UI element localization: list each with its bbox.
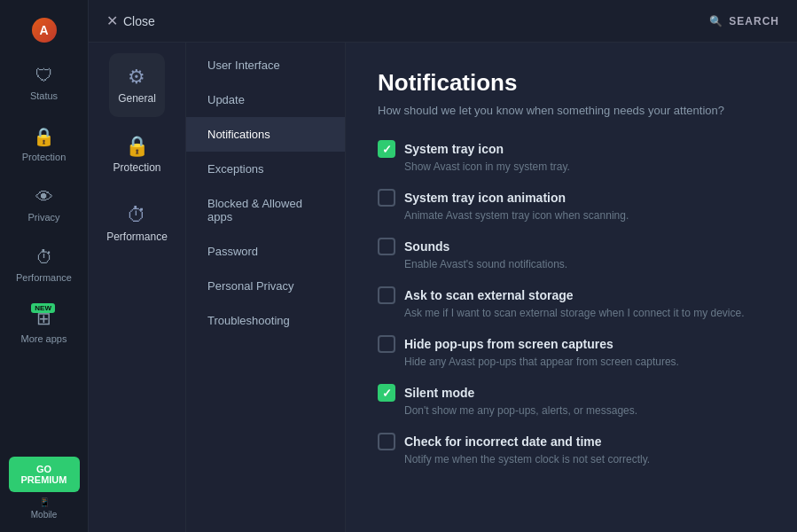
option-desc: Enable Avast's sound notifications.	[404, 258, 765, 270]
checkbox-silent-mode[interactable]	[378, 384, 395, 402]
option-desc: Animate Avast system tray icon when scan…	[404, 209, 765, 222]
close-icon: ✕	[106, 12, 118, 29]
menu-item-user-interface[interactable]: User Interface	[186, 48, 345, 82]
menu-item-exceptions[interactable]: Exceptions	[186, 152, 345, 186]
option-ask-scan-external: Ask to scan external storage Ask me if I…	[378, 286, 765, 319]
category-label: Protection	[113, 161, 160, 174]
option-desc: Ask me if I want to scan external storag…	[404, 307, 765, 319]
performance-icon: ⏱	[35, 247, 53, 268]
option-label: System tray icon	[404, 142, 504, 156]
search-button[interactable]: 🔍 SEARCH	[709, 15, 779, 27]
menu-item-blocked-allowed[interactable]: Blocked & Allowed apps	[186, 186, 345, 234]
protection-icon: 🔒	[33, 126, 55, 147]
category-general[interactable]: ⚙ General	[109, 53, 165, 117]
sidebar-item-performance[interactable]: ⏱ Performance	[9, 237, 80, 293]
checkbox-ask-scan-external[interactable]	[378, 286, 395, 304]
checkbox-sounds[interactable]	[378, 238, 395, 255]
protection-cat-icon: 🔒	[125, 135, 149, 158]
more-apps-icon-wrap: ⊞ NEW	[36, 308, 51, 329]
option-sounds: Sounds Enable Avast's sound notification…	[378, 238, 765, 270]
app-logo-icon: A	[32, 18, 57, 43]
checkbox-system-tray-animation[interactable]	[378, 189, 395, 207]
option-label: Hide pop-ups from screen captures	[404, 337, 613, 351]
page-subtitle: How should we let you know when somethin…	[378, 104, 765, 117]
sidebar-item-label: Status	[30, 90, 58, 101]
new-badge: NEW	[31, 303, 55, 313]
go-premium-button[interactable]: GO PREMIUM	[9, 457, 80, 492]
sidebar-item-label: Protection	[22, 152, 66, 162]
checkbox-hide-popups[interactable]	[378, 335, 395, 353]
page-title: Notifications	[378, 69, 765, 97]
left-sidebar: A 🛡 Status 🔒 Protection 👁 Privacy ⏱ Perf…	[0, 0, 89, 532]
option-label: System tray icon animation	[404, 191, 566, 205]
sidebar-item-status[interactable]: 🛡 Status	[9, 55, 80, 112]
sidebar-bottom: GO PREMIUM 📱 Mobile	[0, 457, 88, 532]
mobile-button[interactable]: 📱 Mobile	[31, 497, 57, 520]
performance-cat-icon: ⏱	[127, 204, 146, 227]
option-desc: Show Avast icon in my system tray.	[404, 160, 765, 173]
menu-item-troubleshooting[interactable]: Troubleshooting	[186, 303, 345, 338]
search-label: SEARCH	[729, 15, 779, 27]
sidebar-item-label: Performance	[16, 272, 72, 283]
category-protection[interactable]: 🔒 Protection	[104, 122, 169, 186]
category-performance[interactable]: ⏱ Performance	[98, 192, 176, 255]
option-label: Silent mode	[404, 386, 474, 400]
menu-panel: User Interface Update Notifications Exce…	[186, 43, 346, 532]
menu-item-personal-privacy[interactable]: Personal Privacy	[186, 269, 345, 303]
mobile-label: Mobile	[31, 510, 57, 520]
option-label: Sounds	[404, 239, 449, 254]
sidebar-item-label: Privacy	[27, 212, 59, 223]
privacy-icon: 👁	[35, 187, 53, 207]
category-label: General	[118, 92, 156, 105]
category-panel: ⚙ General 🔒 Protection ⏱ Performance	[89, 43, 186, 532]
option-system-tray-icon: System tray icon Show Avast icon in my s…	[378, 140, 765, 173]
checkbox-check-date-time[interactable]	[378, 433, 395, 450]
sidebar-item-protection[interactable]: 🔒 Protection	[9, 115, 80, 173]
option-label: Check for incorrect date and time	[404, 434, 602, 449]
option-silent-mode: Silent mode Don't show me any pop-ups, a…	[378, 384, 765, 417]
search-icon: 🔍	[709, 15, 723, 27]
option-desc: Don't show me any pop-ups, alerts, or me…	[404, 404, 765, 417]
content-panel: Notifications How should we let you know…	[346, 43, 797, 532]
app-logo: A	[0, 9, 88, 55]
mobile-icon: 📱	[39, 497, 50, 507]
checkbox-system-tray-icon[interactable]	[378, 140, 395, 158]
option-hide-popups: Hide pop-ups from screen captures Hide a…	[378, 335, 765, 368]
general-icon: ⚙	[128, 66, 145, 89]
status-icon: 🛡	[35, 66, 53, 86]
option-desc: Notify me when the system clock is not s…	[404, 453, 765, 466]
option-label: Ask to scan external storage	[404, 288, 574, 302]
close-label: Close	[123, 14, 155, 28]
menu-item-password[interactable]: Password	[186, 234, 345, 269]
topbar: ✕ Close 🔍 SEARCH	[89, 0, 797, 43]
category-label: Performance	[106, 231, 168, 243]
menu-item-notifications[interactable]: Notifications	[186, 117, 345, 152]
sidebar-item-more-apps[interactable]: ⊞ NEW More apps	[9, 297, 80, 355]
option-system-tray-animation: System tray icon animation Animate Avast…	[378, 189, 765, 222]
main-area: ✕ Close 🔍 SEARCH ⚙ General 🔒 Protection …	[89, 0, 797, 532]
sidebar-item-label: More apps	[21, 333, 67, 344]
settings-area: ⚙ General 🔒 Protection ⏱ Performance Use…	[89, 43, 797, 532]
option-desc: Hide any Avast pop-ups that appear from …	[404, 356, 765, 368]
close-button[interactable]: ✕ Close	[106, 12, 155, 29]
option-check-date-time: Check for incorrect date and time Notify…	[378, 433, 765, 466]
sidebar-item-privacy[interactable]: 👁 Privacy	[9, 176, 80, 233]
menu-item-update[interactable]: Update	[186, 82, 345, 117]
